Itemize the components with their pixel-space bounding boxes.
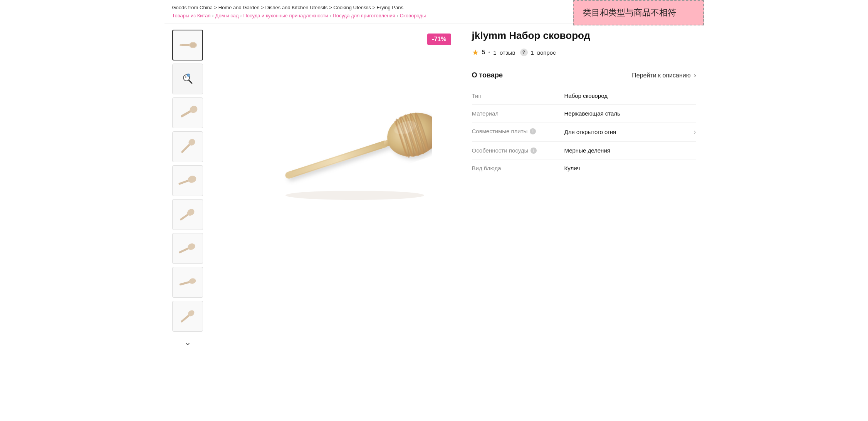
svg-point-19 (186, 242, 196, 251)
spec-value-features-text: Мерные деления (564, 147, 610, 154)
spec-label-type-text: Тип (472, 92, 482, 99)
svg-line-26 (294, 148, 381, 176)
breadcrumb-sep-1: › (212, 13, 214, 18)
search-icon: 🔍 (181, 72, 195, 86)
spec-label-features: Особенности посуды i (472, 147, 557, 154)
thumbnail-6-image (176, 237, 199, 260)
annotation-overlay: 类目和类型与商品不相符 (573, 0, 704, 25)
reviews-label: отзыв (500, 49, 515, 56)
spec-row-type: Тип Набор сковород (472, 87, 696, 105)
rating-reviews-count: 1 отзыв (493, 49, 515, 56)
spec-label-dish-type: Вид блюда (472, 165, 557, 171)
thumbnail-5-image (176, 203, 199, 226)
thumbnail-2[interactable] (172, 97, 203, 128)
thumbnail-8[interactable] (172, 301, 203, 332)
thumbnails-column: 🔍 (172, 30, 207, 350)
spec-label-material: Материал (472, 110, 557, 117)
spec-chevron-stoves: › (694, 128, 696, 136)
svg-point-3 (190, 43, 196, 47)
thumbnail-2-image (176, 101, 199, 124)
thumbnail-6[interactable] (172, 233, 203, 264)
questions-icon: ? (520, 49, 528, 56)
spec-row-features: Особенности посуды i Мерные деления (472, 142, 696, 159)
page-wrapper: 类目和类型与商品不相符 Goods from China > Home and … (165, 0, 704, 356)
thumbnail-5[interactable] (172, 199, 203, 230)
spec-label-material-text: Материал (472, 110, 499, 117)
thumbnail-7[interactable] (172, 267, 203, 298)
goto-description-label: Перейти к описанию (632, 72, 690, 79)
questions-count: 1 (531, 49, 534, 56)
spec-label-type: Тип (472, 92, 557, 99)
annotation-text: 类目和类型与商品不相符 (583, 8, 676, 17)
rating-row: ★ 5 • 1 отзыв ? 1 вопрос (472, 48, 696, 57)
discount-value: -71% (432, 36, 446, 42)
thumbnail-7-image (176, 271, 199, 294)
spec-value-material-text: Нержавеющая сталь (564, 110, 620, 117)
breadcrumb-sep-2: › (240, 13, 242, 18)
spec-value-type-text: Набор сковород (564, 92, 608, 99)
spec-value-type: Набор сковород (564, 92, 696, 99)
spec-row-dish-type: Вид блюда Кулич (472, 159, 696, 177)
spec-value-material: Нержавеющая сталь (564, 110, 696, 117)
breadcrumb-ru-4[interactable]: Посуда для приготовления (332, 13, 395, 18)
about-section: О товаре Перейти к описанию › Тип Набор … (472, 65, 696, 177)
product-title: jklymm Набор сковород (472, 30, 696, 42)
thumbnail-4[interactable] (172, 165, 203, 196)
spec-value-dish-type-text: Кулич (564, 165, 580, 171)
spec-row-compatible-stoves[interactable]: Совместимые плиты i Для открытого огня › (472, 122, 696, 142)
spec-label-compatible-stoves: Совместимые плиты i (472, 128, 557, 134)
spec-value-features: Мерные деления (564, 147, 696, 154)
goto-description-chevron: › (692, 72, 696, 79)
about-title: О товаре (472, 71, 503, 79)
spec-label-dish-type-text: Вид блюда (472, 165, 501, 171)
product-image-svg (239, 49, 432, 211)
thumbnails-scroll-down[interactable]: ⌄ (172, 335, 203, 350)
questions-text: 1 вопрос (531, 49, 556, 56)
svg-point-21 (188, 278, 196, 285)
main-content: 🔍 (165, 23, 704, 356)
thumbnail-4-image (176, 169, 199, 192)
star-icon: ★ (472, 48, 479, 57)
svg-rect-24 (284, 140, 389, 180)
breadcrumb-sep-4: › (397, 13, 398, 18)
thumbnail-1[interactable] (172, 30, 203, 60)
svg-line-7 (189, 80, 192, 83)
spec-value-compatible-stoves: Для открытого огня › (564, 128, 696, 136)
breadcrumb-ru-2[interactable]: Дом и сад (215, 13, 239, 18)
breadcrumb-ru-3[interactable]: Посуда и кухонные принадлежности (243, 13, 328, 18)
breadcrumb-ru-5[interactable]: Сковороды (400, 13, 426, 18)
svg-point-15 (187, 174, 197, 184)
rating-score: 5 (482, 49, 485, 56)
spec-row-material: Материал Нержавеющая сталь (472, 105, 696, 122)
about-header: О товаре Перейти к описанию › (472, 71, 696, 79)
svg-line-25 (292, 143, 379, 171)
thumbnail-3-image (176, 135, 199, 158)
svg-point-6 (185, 76, 186, 78)
product-details-column: jklymm Набор сковород ★ 5 • 1 отзыв ? 1 … (464, 30, 696, 350)
thumbnail-3[interactable] (172, 131, 203, 162)
breadcrumb-ru-1[interactable]: Товары из Китая (172, 13, 211, 18)
spec-label-compatible-stoves-text: Совместимые плиты (472, 128, 528, 134)
spec-value-compatible-stoves-text: Для открытого огня (564, 129, 616, 135)
image-search-button[interactable]: 🔍 (172, 64, 203, 94)
svg-point-36 (285, 191, 424, 200)
spec-value-dish-type: Кулич (564, 165, 696, 171)
questions-label: вопрос (537, 49, 556, 56)
breadcrumb-en-text: Goods from China > Home and Garden > Dis… (172, 5, 403, 10)
rating-separator: • (488, 49, 490, 55)
svg-point-11 (188, 104, 198, 114)
breadcrumb-sep-3: › (329, 13, 331, 18)
svg-text:🔍: 🔍 (188, 74, 190, 77)
reviews-number: 1 (493, 49, 496, 56)
spec-label-features-text: Особенности посуды (472, 147, 529, 154)
spec-info-icon-features[interactable]: i (531, 148, 537, 154)
goto-description-link[interactable]: Перейти к описанию › (632, 72, 696, 79)
thumbnail-1-image (176, 34, 199, 57)
spec-info-icon-stoves[interactable]: i (530, 128, 536, 134)
main-image-column: -71% (216, 30, 455, 350)
thumbnail-8-image (176, 305, 199, 328)
main-product-image (216, 30, 455, 230)
discount-badge: -71% (427, 34, 451, 45)
